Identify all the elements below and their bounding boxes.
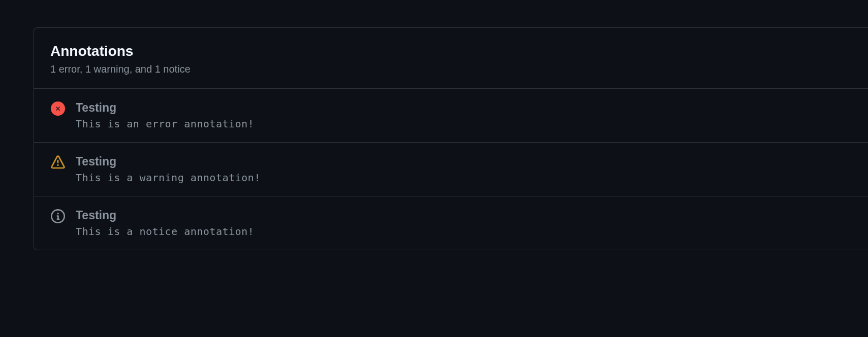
- annotation-title: Testing: [76, 101, 852, 115]
- annotation-content: Testing This is a notice annotation!: [76, 209, 852, 238]
- annotations-summary: 1 error, 1 warning, and 1 notice: [50, 63, 852, 75]
- annotation-message: This is a notice annotation!: [76, 225, 852, 238]
- info-icon: [50, 209, 66, 224]
- annotation-message: This is a warning annotation!: [76, 172, 852, 184]
- warning-icon: [50, 155, 66, 170]
- annotation-title: Testing: [76, 209, 852, 222]
- annotations-panel: Annotations 1 error, 1 warning, and 1 no…: [34, 27, 868, 250]
- error-icon: [50, 101, 66, 116]
- annotation-row-notice[interactable]: Testing This is a notice annotation!: [34, 196, 868, 250]
- annotation-message: This is an error annotation!: [76, 118, 852, 130]
- annotation-title: Testing: [76, 155, 852, 168]
- annotations-title: Annotations: [50, 43, 852, 59]
- annotations-header: Annotations 1 error, 1 warning, and 1 no…: [34, 28, 868, 88]
- annotation-content: Testing This is a warning annotation!: [76, 155, 852, 184]
- annotation-content: Testing This is an error annotation!: [76, 101, 852, 130]
- annotation-row-warning[interactable]: Testing This is a warning annotation!: [34, 142, 868, 196]
- annotation-row-error[interactable]: Testing This is an error annotation!: [34, 88, 868, 142]
